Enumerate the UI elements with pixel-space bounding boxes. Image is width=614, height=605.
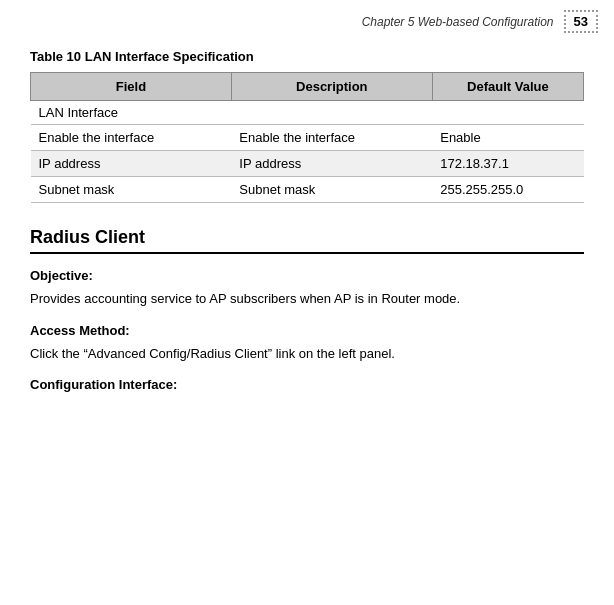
table-row: Subnet mask Subnet mask 255.255.255.0: [31, 177, 584, 203]
row-field-0: Enable the interface: [31, 125, 232, 151]
table-section-header: LAN Interface: [31, 101, 584, 125]
row-description-0: Enable the interface: [231, 125, 432, 151]
row-field-2: Subnet mask: [31, 177, 232, 203]
row-description-2: Subnet mask: [231, 177, 432, 203]
table-row: IP address IP address 172.18.37.1: [31, 151, 584, 177]
row-default-2: 255.255.255.0: [432, 177, 583, 203]
main-content: Table 10 LAN Interface Specification Fie…: [0, 39, 614, 426]
col-description: Description: [231, 73, 432, 101]
objective-label: Objective:: [30, 268, 584, 283]
row-default-1: 172.18.37.1: [432, 151, 583, 177]
table-row: Enable the interface Enable the interfac…: [31, 125, 584, 151]
objective-body: Provides accounting service to AP subscr…: [30, 289, 584, 309]
objective-section: Objective: Provides accounting service t…: [30, 268, 584, 309]
page-header: Chapter 5 Web-based Configuration 53: [0, 0, 614, 39]
lan-interface-table: Field Description Default Value LAN Inte…: [30, 72, 584, 203]
table-label: Table 10: [30, 49, 81, 64]
section-header-label: LAN Interface: [31, 101, 584, 125]
col-default-value: Default Value: [432, 73, 583, 101]
config-interface-label: Configuration Interface:: [30, 377, 584, 392]
chapter-title: Chapter 5 Web-based Configuration: [16, 15, 564, 29]
access-method-body: Click the “Advanced Config/Radius Client…: [30, 344, 584, 364]
radius-client-heading: Radius Client: [30, 227, 584, 254]
col-field: Field: [31, 73, 232, 101]
page-number: 53: [564, 10, 598, 33]
config-interface-section: Configuration Interface:: [30, 377, 584, 392]
row-default-0: Enable: [432, 125, 583, 151]
access-method-label: Access Method:: [30, 323, 584, 338]
table-title-text: LAN Interface Specification: [85, 49, 254, 64]
access-method-section: Access Method: Click the “Advanced Confi…: [30, 323, 584, 364]
row-description-1: IP address: [231, 151, 432, 177]
row-field-1: IP address: [31, 151, 232, 177]
table-title: Table 10 LAN Interface Specification: [30, 49, 584, 64]
